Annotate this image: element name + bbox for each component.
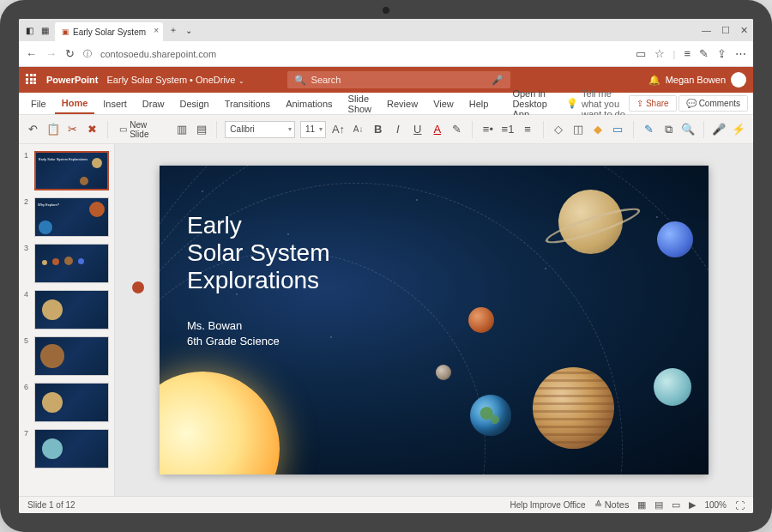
notes-icon[interactable]: ✎: [699, 47, 709, 60]
section-icon[interactable]: ▤: [194, 122, 208, 137]
new-slide-button[interactable]: ▭New Slide: [116, 118, 169, 141]
tab-help[interactable]: Help: [462, 93, 496, 114]
tab-transitions[interactable]: Transitions: [218, 93, 277, 114]
highlight-icon[interactable]: ✎: [449, 122, 464, 137]
normal-view-icon[interactable]: ▦: [637, 499, 646, 511]
thumbnail-6[interactable]: 6: [24, 383, 109, 422]
window-close-icon[interactable]: ✕: [740, 25, 748, 36]
tab-review[interactable]: Review: [380, 93, 425, 114]
notification-icon[interactable]: 🔔: [648, 75, 660, 86]
search-input[interactable]: [311, 75, 486, 85]
search-box[interactable]: 🔍 🎤: [287, 71, 510, 88]
nav-forward-icon[interactable]: →: [45, 47, 57, 60]
zoom-level[interactable]: 100%: [704, 500, 727, 510]
share-page-icon[interactable]: ⇪: [717, 47, 727, 60]
align-icon[interactable]: ≡: [521, 122, 535, 137]
shrink-font-icon[interactable]: A↓: [351, 122, 365, 137]
cut-icon[interactable]: ✂: [65, 122, 80, 137]
earth-graphic: [470, 395, 511, 436]
help-improve-link[interactable]: Help Improve Office: [510, 500, 585, 510]
find-icon[interactable]: 🔍: [681, 122, 696, 137]
new-tab-button[interactable]: ＋: [168, 25, 178, 35]
tab-draw[interactable]: Draw: [136, 93, 172, 114]
font-family-select[interactable]: Calibri: [225, 121, 295, 138]
reading-view-icon[interactable]: ▭: [636, 47, 646, 60]
nav-refresh-icon[interactable]: ↻: [65, 47, 75, 60]
grow-font-icon[interactable]: A↑: [331, 122, 346, 137]
tabgroup-icon[interactable]: ◧: [24, 25, 34, 35]
paste-icon[interactable]: 📋: [45, 122, 60, 137]
close-tab-icon[interactable]: ×: [154, 26, 159, 35]
favorites-icon[interactable]: ☆: [654, 47, 665, 60]
italic-icon[interactable]: I: [390, 122, 405, 137]
slideshow-view-icon[interactable]: ▶: [689, 499, 696, 511]
more-icon[interactable]: ⋯: [735, 47, 746, 60]
tablet-frame: ◧ ▦ ▣ Early Solar System × ＋ ⌄ — ☐ ✕ ← →…: [0, 0, 772, 532]
hub-icon[interactable]: ≡: [684, 47, 691, 60]
tab-insert[interactable]: Insert: [96, 93, 134, 114]
shape-fill-icon[interactable]: ◆: [591, 122, 606, 137]
window-maximize-icon[interactable]: ☐: [721, 25, 730, 36]
open-in-desktop[interactable]: Open in Desktop App: [505, 93, 559, 114]
fit-to-window-icon[interactable]: ⛶: [735, 500, 745, 511]
thumbnail-1[interactable]: 1Early Solar System Explorations: [24, 151, 109, 190]
tab-animations[interactable]: Animations: [279, 93, 339, 114]
ideas-icon[interactable]: ⚡: [732, 122, 746, 137]
slide-counter[interactable]: Slide 1 of 12: [27, 500, 75, 510]
mic-icon[interactable]: 🎤: [492, 75, 504, 86]
app-launcher-icon[interactable]: [26, 74, 38, 86]
font-size-select[interactable]: 11: [300, 121, 326, 138]
undo-icon[interactable]: ↶: [26, 122, 40, 137]
underline-icon[interactable]: U: [410, 122, 425, 137]
tab-view[interactable]: View: [426, 93, 461, 114]
sorter-view-icon[interactable]: ▤: [654, 499, 663, 511]
slide-canvas-area[interactable]: Early Solar System Explorations Ms. Bowa…: [115, 144, 753, 496]
user-menu[interactable]: 🔔 Megan Bowen: [648, 72, 746, 88]
thumbnail-7[interactable]: 7: [24, 429, 109, 469]
numbering-icon[interactable]: ≡1: [500, 122, 515, 137]
notes-toggle[interactable]: ≙ Notes: [594, 499, 630, 511]
comments-button[interactable]: 💬Comments: [679, 95, 748, 112]
laser-pointer-icon[interactable]: [132, 281, 144, 293]
status-bar: Slide 1 of 12 Help Improve Office ≙ Note…: [19, 496, 753, 513]
arrange-icon[interactable]: ◫: [571, 122, 586, 137]
thumbnail-3[interactable]: 3: [24, 244, 109, 283]
shape-outline-icon[interactable]: ▭: [611, 122, 625, 137]
app-header: PowerPoint Early Solar System • OneDrive…: [19, 67, 753, 93]
tabgroup-icon-2[interactable]: ▦: [39, 25, 50, 35]
site-info-icon[interactable]: ⓘ: [83, 48, 92, 60]
slide-subtitle[interactable]: Ms. Bowan 6th Grade Science: [187, 318, 280, 349]
format-painter-icon[interactable]: ✖: [85, 122, 100, 137]
slide-1[interactable]: Early Solar System Explorations Ms. Bowa…: [160, 166, 709, 475]
thumbnail-2[interactable]: 2Why Explore?: [24, 197, 109, 237]
bullets-icon[interactable]: ≡•: [480, 122, 495, 137]
document-name[interactable]: Early Solar System • OneDrive ⌄: [107, 75, 244, 85]
slide-thumbnails[interactable]: 1Early Solar System Explorations 2Why Ex…: [19, 144, 115, 496]
editor-main: 1Early Solar System Explorations 2Why Ex…: [19, 144, 753, 496]
comment-icon: 💬: [686, 99, 697, 108]
tabs-chevron-icon[interactable]: ⌄: [184, 25, 194, 35]
bold-icon[interactable]: B: [371, 122, 385, 137]
share-button[interactable]: ⇪Share: [629, 95, 677, 112]
browser-tab[interactable]: ▣ Early Solar System ×: [55, 22, 163, 41]
dictate-icon[interactable]: 🎤: [712, 122, 727, 137]
layout-icon[interactable]: ▥: [174, 122, 189, 137]
browser-tabstrip: ◧ ▦ ▣ Early Solar System × ＋ ⌄ — ☐ ✕: [19, 19, 753, 41]
shapes-icon[interactable]: ◇: [552, 122, 566, 137]
nav-back-icon[interactable]: ←: [26, 47, 37, 60]
slide-title[interactable]: Early Solar System Explorations: [187, 212, 330, 295]
window-minimize-icon[interactable]: —: [702, 25, 711, 36]
reading-view-icon[interactable]: ▭: [672, 499, 680, 511]
tab-home[interactable]: Home: [55, 93, 95, 114]
tab-design[interactable]: Design: [172, 93, 215, 114]
thumbnail-5[interactable]: 5: [24, 336, 109, 376]
avatar[interactable]: [731, 72, 746, 88]
designer-icon[interactable]: ✎: [642, 122, 656, 137]
tab-slideshow[interactable]: Slide Show: [341, 93, 379, 114]
duplicate-icon[interactable]: ⧉: [661, 122, 676, 137]
url-text[interactable]: contosoedu.sharepoint.com: [100, 49, 627, 59]
thumbnail-4[interactable]: 4: [24, 290, 109, 329]
tab-file[interactable]: File: [24, 93, 53, 114]
search-icon: 🔍: [294, 75, 306, 86]
font-color-icon[interactable]: A: [430, 122, 444, 137]
